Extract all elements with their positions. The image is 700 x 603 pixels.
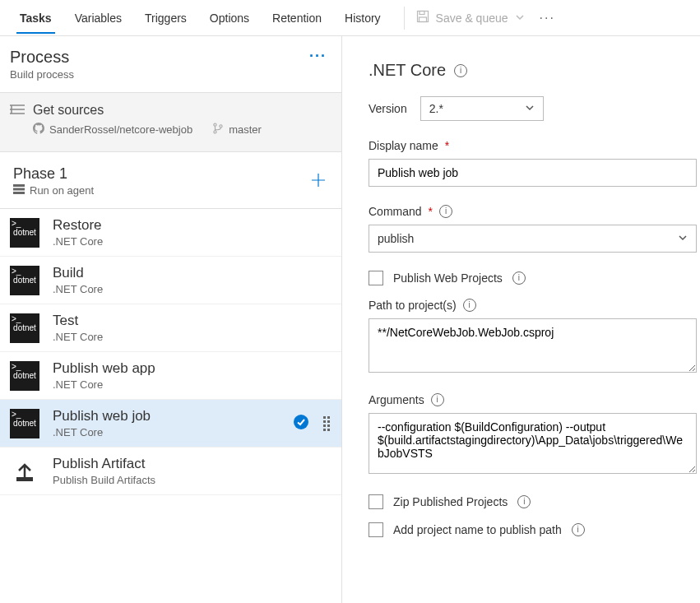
add-project-name-label: Add project name to publish path — [393, 523, 562, 536]
tab-triggers[interactable]: Triggers — [133, 3, 198, 33]
required-marker: * — [429, 205, 433, 218]
info-icon[interactable]: i — [454, 64, 467, 77]
command-select[interactable]: publish — [369, 225, 697, 253]
task-list: >_dotnetRestore.NET Core>_dotnetBuild.NE… — [0, 209, 341, 603]
drag-handle-icon[interactable] — [323, 416, 330, 431]
task-item-publish-artifact[interactable]: Publish ArtifactPublish Build Artifacts — [0, 448, 341, 495]
get-sources-title: Get sources — [33, 103, 104, 118]
tab-history[interactable]: History — [333, 3, 392, 33]
process-more-button[interactable]: ··· — [309, 48, 327, 65]
svg-rect-10 — [16, 477, 33, 481]
version-value: 2.* — [429, 102, 443, 115]
task-subtitle: Publish Build Artifacts — [53, 474, 155, 486]
task-details-panel: .NET Core i Version 2.* Display name * C… — [342, 36, 700, 603]
more-actions-button[interactable]: ··· — [540, 11, 555, 26]
required-marker: * — [445, 139, 449, 152]
info-icon[interactable]: i — [517, 495, 531, 508]
task-subtitle: .NET Core — [53, 331, 103, 343]
dotnet-icon: >_dotnet — [10, 313, 39, 343]
task-item-restore[interactable]: >_dotnetRestore.NET Core — [0, 209, 341, 257]
tab-retention[interactable]: Retention — [261, 3, 333, 33]
svg-rect-8 — [13, 192, 25, 194]
task-item-publish-web-job[interactable]: >_dotnetPublish web job.NET Core — [0, 400, 341, 448]
display-name-label: Display name — [369, 139, 438, 152]
phase-subtitle: Run on agent — [30, 184, 94, 197]
svg-rect-6 — [13, 184, 25, 187]
arguments-label: Arguments — [369, 393, 424, 406]
task-name: Publish Artifact — [53, 456, 155, 472]
task-name: Publish web app — [53, 360, 155, 377]
save-queue-label: Save & queue — [436, 12, 508, 25]
publish-artifact-icon — [10, 457, 39, 486]
task-name: Build — [53, 265, 103, 281]
svg-point-4 — [214, 131, 216, 133]
dotnet-icon: >_dotnet — [10, 409, 39, 438]
zip-published-checkbox[interactable] — [369, 494, 383, 509]
sources-branch: master — [229, 123, 262, 136]
chevron-down-icon — [515, 12, 525, 25]
zip-published-label: Zip Published Projects — [393, 495, 508, 508]
svg-point-5 — [220, 125, 222, 128]
task-subtitle: .NET Core — [53, 378, 155, 391]
tab-options[interactable]: Options — [198, 3, 261, 33]
phase-header[interactable]: Phase 1 Run on agent — [0, 152, 341, 209]
details-title: .NET Core — [369, 61, 446, 80]
task-item-build[interactable]: >_dotnetBuild.NET Core — [0, 257, 341, 304]
save-and-queue-button[interactable]: Save & queue — [416, 10, 525, 26]
info-icon[interactable]: i — [512, 271, 526, 285]
svg-point-9 — [294, 415, 308, 429]
command-label: Command — [369, 205, 422, 218]
info-icon[interactable]: i — [463, 299, 476, 312]
command-value: publish — [378, 232, 414, 245]
phase-title: Phase 1 — [13, 165, 94, 183]
chevron-down-icon — [678, 232, 688, 245]
process-subtitle: Build process — [10, 68, 74, 81]
svg-rect-7 — [13, 188, 25, 191]
process-header[interactable]: Process Build process ··· — [0, 36, 341, 93]
publish-web-projects-checkbox[interactable] — [369, 271, 383, 285]
branch-icon — [212, 123, 224, 137]
publish-web-projects-label: Publish Web Projects — [393, 271, 503, 285]
task-subtitle: .NET Core — [53, 426, 151, 438]
dotnet-icon: >_dotnet — [10, 218, 39, 248]
info-icon[interactable]: i — [572, 523, 585, 536]
info-icon[interactable]: i — [431, 393, 444, 406]
task-subtitle: .NET Core — [53, 235, 103, 248]
version-select[interactable]: 2.* — [420, 96, 544, 121]
display-name-input[interactable] — [369, 159, 697, 187]
divider — [404, 7, 405, 30]
dotnet-icon: >_dotnet — [10, 361, 39, 391]
tab-tasks[interactable]: Tasks — [8, 3, 63, 33]
get-sources-section[interactable]: Get sources SanderRossel/netcore-webjob … — [0, 93, 341, 152]
path-to-projects-input[interactable] — [369, 318, 697, 373]
arguments-input[interactable] — [369, 413, 697, 474]
tab-variables[interactable]: Variables — [63, 3, 133, 33]
path-label: Path to project(s) — [369, 299, 457, 312]
top-tab-bar: Tasks Variables Triggers Options Retenti… — [0, 0, 700, 36]
left-panel: Process Build process ··· Get sources Sa… — [0, 36, 342, 603]
save-icon — [416, 10, 429, 26]
svg-rect-2 — [419, 17, 426, 22]
agent-icon — [13, 184, 25, 197]
dotnet-icon: >_dotnet — [10, 266, 39, 295]
task-item-test[interactable]: >_dotnetTest.NET Core — [0, 304, 341, 352]
sources-icon — [10, 104, 25, 118]
task-name: Test — [53, 313, 103, 329]
svg-rect-1 — [420, 12, 424, 15]
info-icon[interactable]: i — [439, 205, 452, 218]
sources-repo: SanderRossel/netcore-webjob — [49, 123, 192, 136]
process-title: Process — [10, 48, 74, 67]
svg-point-3 — [214, 123, 216, 126]
chevron-down-icon — [525, 102, 535, 115]
task-enabled-icon — [294, 415, 308, 432]
add-project-name-checkbox[interactable] — [369, 522, 383, 537]
version-label: Version — [369, 102, 407, 115]
task-name: Restore — [53, 217, 103, 234]
task-item-publish-web-app[interactable]: >_dotnetPublish web app.NET Core — [0, 352, 341, 400]
github-icon — [33, 123, 44, 137]
task-subtitle: .NET Core — [53, 283, 103, 295]
task-name: Publish web job — [53, 408, 151, 424]
add-task-button[interactable] — [310, 172, 327, 191]
